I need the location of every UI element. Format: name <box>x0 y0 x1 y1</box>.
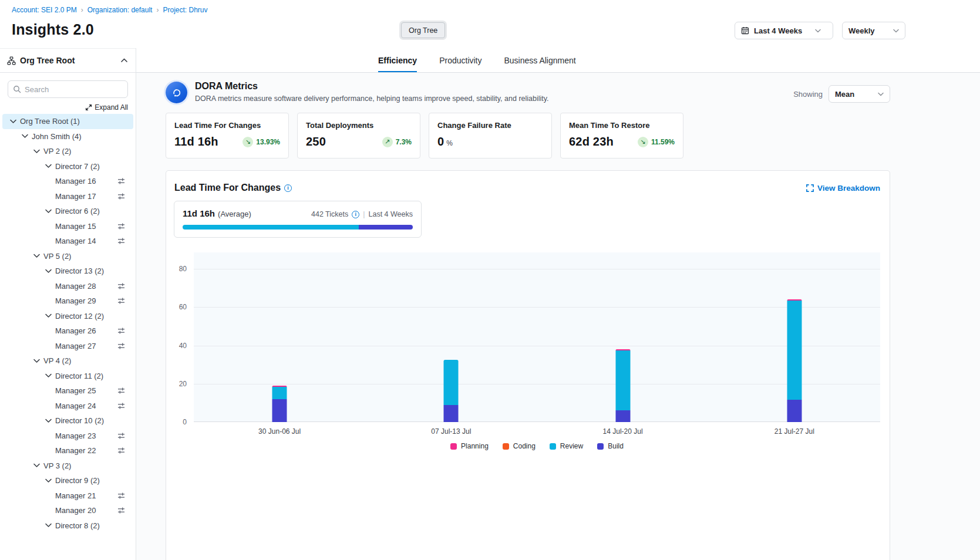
breadcrumb-link[interactable]: Account: SEI 2.0 PM <box>12 6 77 14</box>
chart-plot-area <box>194 252 880 422</box>
legend-item-build[interactable]: Build <box>597 442 624 450</box>
tree-item-vp-2-2[interactable]: VP 2 (2) <box>2 144 133 159</box>
metric-card-change-failure-rate: Change Failure Rate0% <box>429 113 552 158</box>
tree-item-manager-27[interactable]: Manager 27 <box>2 339 133 354</box>
sliders-icon[interactable] <box>117 342 125 350</box>
org-tree-button[interactable]: Org Tree <box>401 22 445 38</box>
tree-item-manager-23[interactable]: Manager 23 <box>2 429 133 444</box>
sliders-icon[interactable] <box>117 387 125 394</box>
chevron-down-icon[interactable] <box>8 117 18 126</box>
metric-card-mean-time-to-restore: Mean Time To Restore62d 23h↘11.59% <box>560 113 683 158</box>
stacked-bar-21-jul-27-jul[interactable] <box>787 299 801 422</box>
search-input[interactable] <box>25 85 128 94</box>
showing-select[interactable]: Mean <box>829 85 890 103</box>
tree-item-director-11-2[interactable]: Director 11 (2) <box>2 369 133 384</box>
breadcrumb: Account: SEI 2.0 PM›Organization: defaul… <box>12 6 905 14</box>
sliders-icon[interactable] <box>117 237 125 245</box>
tree-item-manager-26[interactable]: Manager 26 <box>2 323 133 339</box>
page-header: Account: SEI 2.0 PM›Organization: defaul… <box>0 0 980 48</box>
sliders-icon[interactable] <box>117 297 125 305</box>
metric-value: 0 <box>437 135 444 149</box>
tree-item-director-8-2[interactable]: Director 8 (2) <box>2 518 133 534</box>
tree-item-manager-14[interactable]: Manager 14 <box>2 234 133 249</box>
breadcrumb-link[interactable]: Organization: default <box>87 6 153 14</box>
metric-card-total-deployments: Total Deployments250↗7.3% <box>297 113 420 158</box>
trend-badge: ↗7.3% <box>382 137 412 147</box>
trend-badge: ↘11.59% <box>638 137 675 147</box>
sliders-icon[interactable] <box>117 447 125 454</box>
tree-item-manager-29[interactable]: Manager 29 <box>2 294 133 309</box>
chevron-down-icon[interactable] <box>43 371 53 380</box>
sliders-icon[interactable] <box>117 402 125 410</box>
sliders-icon[interactable] <box>117 432 125 440</box>
tree-item-director-9-2[interactable]: Director 9 (2) <box>2 473 133 488</box>
tree-item-john-smith-4[interactable]: John Smith (4) <box>2 129 133 144</box>
date-range-select[interactable]: Last 4 Weeks <box>735 22 833 39</box>
tree-item-manager-22[interactable]: Manager 22 <box>2 443 133 458</box>
tree-item-vp-4-2[interactable]: VP 4 (2) <box>2 353 133 369</box>
y-axis-tick: 0 <box>183 418 187 426</box>
chevron-down-icon[interactable] <box>32 356 41 366</box>
chevron-down-icon[interactable] <box>32 461 41 470</box>
sliders-icon[interactable] <box>117 327 125 335</box>
lead-time-view-breakdown[interactable]: View Breakdown <box>806 184 880 193</box>
calendar-icon <box>741 26 749 35</box>
sidebar-title: Org Tree Root <box>20 56 116 65</box>
tree-item-director-7-2[interactable]: Director 7 (2) <box>2 159 133 174</box>
legend-item-planning[interactable]: Planning <box>450 442 489 450</box>
tree-item-manager-28[interactable]: Manager 28 <box>2 279 133 294</box>
tree-item-director-10-2[interactable]: Director 10 (2) <box>2 413 133 429</box>
sliders-icon[interactable] <box>117 282 125 290</box>
chevron-down-icon[interactable] <box>32 251 41 261</box>
sliders-icon[interactable] <box>117 177 125 185</box>
legend-item-review[interactable]: Review <box>550 442 583 450</box>
chevron-down-icon[interactable] <box>43 476 53 485</box>
chevron-down-icon[interactable] <box>43 311 53 321</box>
sidebar-collapse-button[interactable] <box>120 57 129 64</box>
tree-item-org-tree-root-1[interactable]: Org Tree Root (1) <box>2 114 133 129</box>
info-icon[interactable]: i <box>284 184 292 192</box>
info-icon[interactable]: i <box>352 211 359 218</box>
stacked-bar-14-jul-20-jul[interactable] <box>615 349 630 422</box>
tree-item-director-13-2[interactable]: Director 13 (2) <box>2 264 133 279</box>
tree-item-label: Manager 20 <box>55 506 96 515</box>
chevron-down-icon[interactable] <box>32 147 41 156</box>
x-axis-label: 14 Jul-20 Jul <box>603 427 643 436</box>
tree-item-manager-17[interactable]: Manager 17 <box>2 189 133 204</box>
tree-item-director-6-2[interactable]: Director 6 (2) <box>2 204 133 219</box>
tree-item-manager-25[interactable]: Manager 25 <box>2 383 133 399</box>
tab-business-alignment[interactable]: Business Alignment <box>504 48 576 72</box>
tree-item-manager-21[interactable]: Manager 21 <box>2 488 133 504</box>
tree-item-manager-16[interactable]: Manager 16 <box>2 174 133 189</box>
legend-item-coding[interactable]: Coding <box>503 442 536 450</box>
tree-item-label: Director 7 (2) <box>55 162 100 171</box>
tab-efficiency[interactable]: Efficiency <box>378 48 417 72</box>
chevron-down-icon[interactable] <box>43 416 53 426</box>
chevron-down-icon[interactable] <box>43 266 53 276</box>
breadcrumb-link[interactable]: Project: Dhruv <box>163 6 207 14</box>
sliders-icon[interactable] <box>117 222 125 230</box>
stacked-bar-07-jul-13-jul[interactable] <box>444 360 459 422</box>
org-tree-icon <box>7 56 16 65</box>
stacked-bar-30-jun-06-jul[interactable] <box>272 386 287 422</box>
chevron-down-icon[interactable] <box>43 207 53 216</box>
tree-item-manager-20[interactable]: Manager 20 <box>2 503 133 518</box>
tree-item-label: Manager 22 <box>55 446 96 455</box>
bar-segment-build <box>787 400 801 422</box>
sliders-icon[interactable] <box>117 507 125 514</box>
sliders-icon[interactable] <box>117 193 125 200</box>
chevron-down-icon[interactable] <box>20 131 29 141</box>
tree-item-director-12-2[interactable]: Director 12 (2) <box>2 309 133 324</box>
tab-productivity[interactable]: Productivity <box>439 48 481 72</box>
granularity-select[interactable]: Weekly <box>842 22 905 39</box>
chevron-down-icon[interactable] <box>43 161 53 171</box>
org-tree-search[interactable] <box>8 80 128 98</box>
tree-item-manager-15[interactable]: Manager 15 <box>2 219 133 234</box>
chevron-down-icon[interactable] <box>43 521 53 530</box>
sliders-icon[interactable] <box>117 492 125 500</box>
tree-item-manager-24[interactable]: Manager 24 <box>2 399 133 414</box>
tree-item-vp-5-2[interactable]: VP 5 (2) <box>2 249 133 264</box>
expand-all-button[interactable]: Expand All <box>85 103 128 112</box>
bar-segment-build <box>444 405 459 422</box>
tree-item-vp-3-2[interactable]: VP 3 (2) <box>2 458 133 474</box>
